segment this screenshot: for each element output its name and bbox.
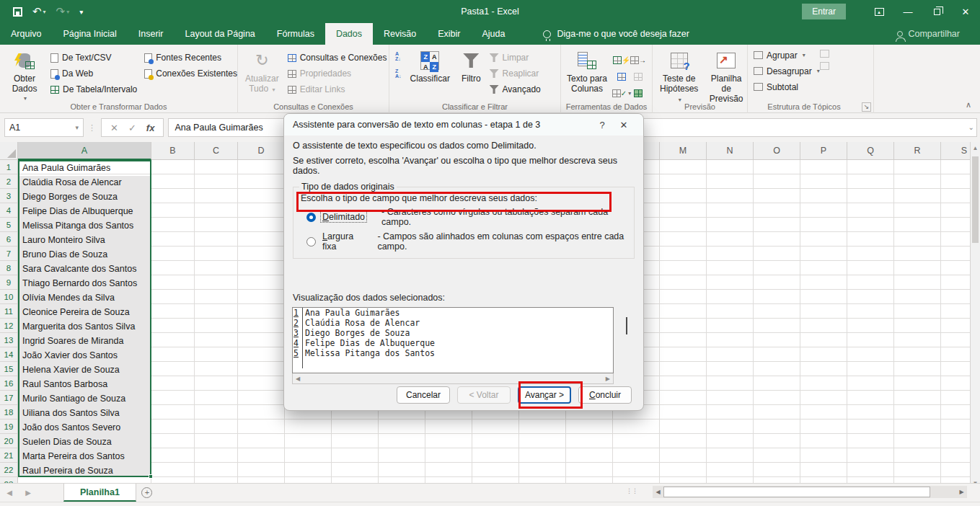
row-header-3[interactable]: 3 <box>0 189 17 203</box>
cell-A10[interactable]: Olívia Mendes da Silva <box>19 291 153 306</box>
column-header-P[interactable]: P <box>800 142 847 160</box>
column-header-D[interactable]: D <box>238 142 285 160</box>
sort-button[interactable]: ZAAZ Classificar <box>407 48 453 85</box>
close-icon[interactable]: ✕ <box>951 0 980 23</box>
column-header-O[interactable]: O <box>754 142 800 160</box>
vertical-scroll-thumb[interactable] <box>972 156 979 243</box>
queries-connections-button[interactable]: Consultas e Conexões <box>288 51 387 64</box>
row-header-22[interactable]: 22 <box>0 463 17 477</box>
sheet-nav-left-icon[interactable]: ◀ <box>0 484 19 502</box>
consolidate-button[interactable]: → <box>631 53 645 67</box>
finish-button[interactable]: Concluir <box>578 386 632 404</box>
row-header-6[interactable]: 6 <box>0 232 17 247</box>
cell-A5[interactable]: Melissa Pitanga dos Santos <box>19 219 153 234</box>
new-sheet-button[interactable]: + <box>136 484 158 502</box>
select-all-corner[interactable] <box>0 142 18 160</box>
cell-A22[interactable]: Raul Pereira de Souza <box>19 464 153 479</box>
tab-revisão[interactable]: Revisão <box>373 23 427 45</box>
column-header-N[interactable]: N <box>707 142 754 160</box>
tab-layout-da-página[interactable]: Layout da Página <box>174 23 265 45</box>
row-header-15[interactable]: 15 <box>0 362 17 376</box>
row-header-14[interactable]: 14 <box>0 347 17 362</box>
recent-sources-button[interactable]: Fontes Recentes <box>144 51 237 64</box>
scroll-left-icon[interactable]: ◀ <box>653 489 663 495</box>
next-button[interactable]: Avançar > <box>518 386 571 404</box>
cell-A2[interactable]: Claúdia Rosa de Alencar <box>19 176 153 190</box>
cell-A7[interactable]: Bruno Dias de Souza <box>19 248 153 262</box>
cell-A16[interactable]: Raul Santos Barbosa <box>19 378 153 392</box>
cell-A4[interactable]: Felipe Dias de Albuquerque <box>19 205 153 219</box>
delimited-radio-row[interactable]: Delimitado - Caracteres como vírgulas ou… <box>306 207 628 227</box>
from-web-button[interactable]: Da Web <box>50 67 137 80</box>
dialog-close-icon[interactable]: ✕ <box>613 120 635 130</box>
ribbon-display-options-icon[interactable]: ▴ <box>865 0 893 23</box>
forecast-sheet-button[interactable]: ↗ Planilha de Previsão <box>705 48 747 105</box>
from-table-range-button[interactable]: De Tabela/Intervalo <box>50 83 137 96</box>
tell-me-box[interactable]: Diga-me o que você deseja fazer <box>543 23 689 45</box>
flash-fill-button[interactable]: ⚡ <box>614 53 629 67</box>
ungroup-button[interactable]: Desagrupar▾ <box>754 64 820 78</box>
restore-icon[interactable] <box>922 0 951 23</box>
cell-A15[interactable]: Helena Xavier de Souza <box>19 363 153 378</box>
manage-data-model-button[interactable] <box>631 86 645 100</box>
cell-A17[interactable]: Murilo Santiago de Souza <box>19 392 153 407</box>
cell-A8[interactable]: Sara Cavalcante dos Santos <box>19 262 153 277</box>
outline-dialog-launcher-icon[interactable]: ↘ <box>862 102 871 112</box>
tab-exibir[interactable]: Exibir <box>427 23 471 45</box>
text-to-columns-button[interactable]: Texto para Colunas <box>564 48 610 95</box>
row-header-13[interactable]: 13 <box>0 333 17 347</box>
preview-scroll-left-icon[interactable]: ◀ <box>296 376 300 382</box>
cell-A1[interactable]: Ana Paula Guimarães <box>19 161 153 176</box>
tab-inserir[interactable]: Inserir <box>128 23 175 45</box>
row-header-20[interactable]: 20 <box>0 434 17 448</box>
dialog-help-icon[interactable]: ? <box>591 120 613 130</box>
fill-handle[interactable] <box>149 474 153 479</box>
subtotal-button[interactable]: Subtotal <box>754 80 820 94</box>
cancel-entry-icon[interactable]: ✕ <box>110 123 118 133</box>
row-header-9[interactable]: 9 <box>0 275 17 290</box>
advanced-filter-button[interactable]: Avançado <box>490 83 541 96</box>
get-data-button[interactable]: Obter Dados▾ <box>6 48 43 105</box>
column-header-S[interactable]: S <box>941 142 970 160</box>
cell-A13[interactable]: Ingrid Soares de Miranda <box>19 334 153 349</box>
row-header-19[interactable]: 19 <box>0 420 17 434</box>
row-header-4[interactable]: 4 <box>0 203 17 218</box>
preview-horizontal-scrollbar[interactable]: ◀ ▶ <box>292 373 614 384</box>
column-header-R[interactable]: R <box>894 142 941 160</box>
cell-A21[interactable]: Marta Pereira dos Santos <box>19 450 153 464</box>
row-header-1[interactable]: 1 <box>0 160 17 174</box>
fixed-width-radio[interactable] <box>306 237 316 247</box>
row-header-16[interactable]: 16 <box>0 376 17 391</box>
horizontal-scrollbar[interactable]: ◀ ▶ <box>653 486 967 498</box>
row-header-12[interactable]: 12 <box>0 319 17 333</box>
undo-icon[interactable]: ↶▾ <box>32 5 46 18</box>
insert-function-icon[interactable]: fx <box>146 123 155 133</box>
cell-A12[interactable]: Marguerita dos Santos Silva <box>19 320 153 334</box>
customize-qat-icon[interactable]: ▾̵ <box>79 8 83 16</box>
row-header-8[interactable]: 8 <box>0 261 17 275</box>
scroll-right-icon[interactable]: ▶ <box>956 489 967 495</box>
cell-A6[interactable]: Lauro Monteiro Silva <box>19 234 153 248</box>
cell-A3[interactable]: Diego Borges de Souza <box>19 190 153 205</box>
existing-connections-button[interactable]: Conexões Existentes <box>144 67 237 80</box>
preview-scroll-right-icon[interactable]: ▶ <box>606 376 610 382</box>
row-headers[interactable]: 1234567891011121314151617181920212223 <box>0 160 18 483</box>
cell-A20[interactable]: Suelen Dias de Souza <box>19 435 153 450</box>
row-header-5[interactable]: 5 <box>0 218 17 232</box>
column-header-M[interactable]: M <box>660 142 707 160</box>
tab-ajuda[interactable]: Ajuda <box>471 23 516 45</box>
horizontal-scroll-thumb[interactable] <box>663 487 930 497</box>
cell-A14[interactable]: João Xavier dos Santos <box>19 349 153 363</box>
preview-vertical-scroll-thumb[interactable] <box>626 317 627 334</box>
expand-formula-bar-icon[interactable]: ⌄ <box>968 123 974 131</box>
sign-in-button[interactable]: Entrar <box>802 4 846 19</box>
cell-A9[interactable]: Thiago Bernardo dos Santos <box>19 277 153 291</box>
column-header-C[interactable]: C <box>195 142 238 160</box>
sheet-nav-right-icon[interactable]: ▶ <box>19 484 37 502</box>
share-button[interactable]: Compartilhar <box>897 23 960 45</box>
name-box-dropdown-icon[interactable]: ▾ <box>75 124 79 131</box>
sort-az-button[interactable]: AZ↓ <box>395 51 402 61</box>
what-if-analysis-button[interactable]: ? Teste de Hipóteses ▾ <box>657 48 701 107</box>
column-header-B[interactable]: B <box>151 142 195 160</box>
fixed-width-radio-row[interactable]: Largura fixa - Campos são alinhados em c… <box>306 231 628 252</box>
